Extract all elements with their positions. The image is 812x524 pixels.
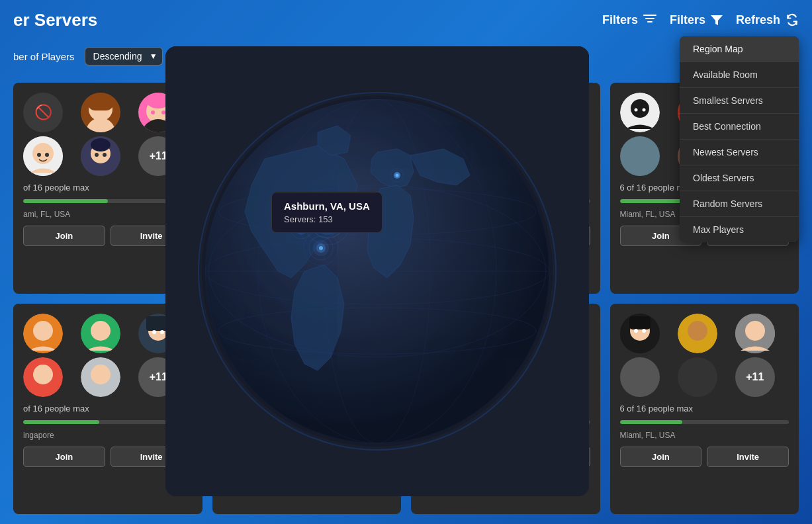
- avatar: [620, 357, 660, 397]
- filter-menu-item-random-servers[interactable]: Random Servers: [680, 191, 799, 217]
- filter-menu-item-oldest-servers[interactable]: Oldest Servers: [680, 165, 799, 191]
- refresh-label: Refresh: [736, 13, 780, 27]
- card-buttons: Join Invite: [620, 447, 789, 467]
- filters-button-1[interactable]: Filters: [602, 13, 656, 27]
- sort-dropdown[interactable]: Descending Ascending: [85, 47, 163, 66]
- svg-point-25: [631, 99, 649, 118]
- avatar: [678, 357, 717, 397]
- filters-label-2: Filters: [670, 13, 705, 27]
- svg-point-11: [37, 153, 41, 157]
- svg-point-37: [91, 321, 111, 341]
- filters-label-1: Filters: [602, 13, 638, 27]
- avatar: [23, 314, 63, 353]
- svg-point-51: [642, 329, 646, 333]
- svg-point-50: [634, 329, 638, 333]
- page-title: er Servers: [13, 10, 97, 30]
- svg-rect-49: [629, 316, 651, 329]
- server-card: +11 6 of 16 people max Miami, FL, USA Jo…: [610, 304, 799, 515]
- globe-tooltip: Ashburn, VA, USA Servers: 153: [271, 192, 383, 233]
- svg-point-26: [634, 109, 637, 112]
- avatar: [620, 314, 660, 353]
- svg-point-7: [151, 110, 155, 114]
- svg-point-44: [33, 365, 53, 384]
- svg-point-92: [396, 174, 399, 177]
- svg-point-12: [45, 153, 49, 157]
- filter-menu-item-best-connection[interactable]: Best Connection: [680, 114, 799, 140]
- join-button[interactable]: Join: [23, 447, 105, 467]
- globe-overlay: Ashburn, VA, USA Servers: 153: [165, 46, 589, 496]
- svg-point-17: [103, 153, 107, 157]
- server-location: Miami, FL, USA: [620, 431, 789, 440]
- avatar: [81, 314, 120, 353]
- progress-fill: [620, 420, 683, 424]
- filter-lines-icon: [643, 15, 656, 25]
- avatar: [735, 314, 775, 353]
- progress-fill: [23, 420, 99, 424]
- avatar: [81, 93, 120, 132]
- svg-point-2: [86, 118, 115, 132]
- header: er Servers Filters Filters Refresh: [0, 0, 812, 40]
- filter-menu-item-smallest-servers[interactable]: Smallest Servers: [680, 88, 799, 114]
- filter-menu-item-available-room[interactable]: Available Room: [680, 62, 799, 88]
- sort-dropdown-wrapper: Descending Ascending ▼: [85, 47, 163, 66]
- avatar: [620, 136, 660, 176]
- avatar: 🚫: [23, 93, 63, 132]
- avatar: [81, 136, 120, 176]
- svg-marker-0: [711, 15, 723, 25]
- invite-button[interactable]: Invite: [707, 447, 789, 467]
- avatar: [81, 357, 120, 397]
- progress-fill: [620, 199, 683, 203]
- svg-point-16: [95, 153, 99, 157]
- svg-point-78: [319, 246, 323, 250]
- avatar: [23, 136, 63, 176]
- filter-menu-item-newest-servers[interactable]: Newest Servers: [680, 140, 799, 165]
- header-controls: Filters Filters Refresh: [602, 13, 799, 27]
- progress-fill: [23, 199, 108, 203]
- svg-point-56: [745, 321, 765, 341]
- globe-svg: [185, 79, 569, 463]
- refresh-icon: [786, 13, 799, 26]
- filter-dropdown-menu: Region Map Available Room Smallest Serve…: [680, 36, 799, 242]
- player-count: 6 of 16 people max: [620, 404, 789, 414]
- refresh-button[interactable]: Refresh: [736, 13, 799, 27]
- globe-container: Ashburn, VA, USA Servers: 153: [165, 46, 589, 496]
- svg-point-35: [33, 321, 53, 341]
- svg-point-54: [688, 323, 707, 339]
- svg-point-42: [160, 330, 164, 334]
- svg-point-46: [91, 365, 111, 384]
- sort-label: ber of Players: [13, 51, 75, 62]
- filter-filled-icon: [711, 14, 723, 26]
- svg-rect-3: [87, 94, 114, 110]
- avatars-grid: +11: [620, 314, 789, 397]
- filter-menu-item-max-players[interactable]: Max Players: [680, 217, 799, 242]
- join-button[interactable]: Join: [23, 226, 105, 246]
- svg-point-41: [152, 330, 156, 334]
- avatar: [678, 314, 717, 353]
- avatar-count: +11: [735, 357, 775, 397]
- join-button[interactable]: Join: [620, 447, 702, 467]
- avatar: [23, 357, 63, 397]
- progress-bar: [620, 420, 789, 424]
- filters-button-2[interactable]: Filters: [670, 13, 723, 27]
- svg-point-27: [642, 109, 645, 112]
- globe-tooltip-title: Ashburn, VA, USA: [284, 200, 370, 212]
- avatar: [620, 93, 660, 132]
- globe-tooltip-servers: Servers: 153: [284, 214, 370, 224]
- filter-menu-item-region-map[interactable]: Region Map: [680, 36, 799, 62]
- svg-point-15: [91, 138, 111, 152]
